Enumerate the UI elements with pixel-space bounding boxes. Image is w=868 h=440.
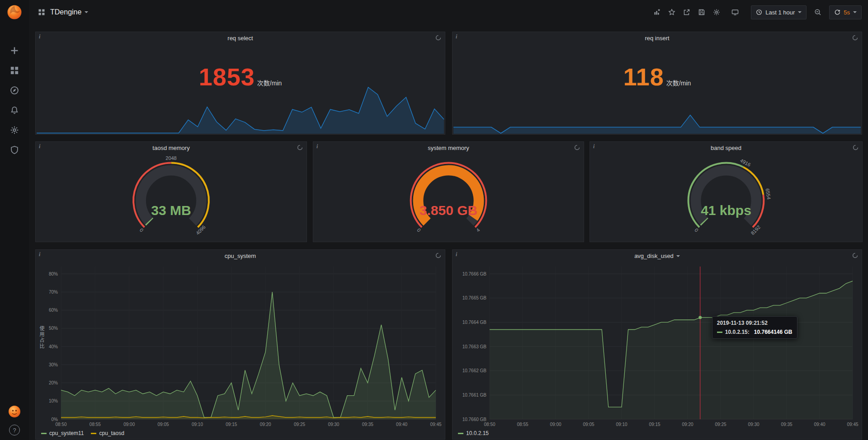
grafana-logo[interactable] — [0, 0, 29, 24]
svg-text:10.7665 GB: 10.7665 GB — [462, 295, 487, 300]
svg-text:09:45: 09:45 — [430, 422, 441, 427]
svg-text:09:30: 09:30 — [328, 422, 339, 427]
svg-text:4: 4 — [475, 227, 481, 233]
svg-text:10.7664 GB: 10.7664 GB — [462, 320, 487, 325]
legend-series-swatch — [91, 433, 96, 434]
panel-title-band-speed[interactable]: band speed — [590, 142, 862, 154]
legend: cpu_system11cpu_taosd — [41, 429, 124, 438]
svg-text:10.7663 GB: 10.7663 GB — [462, 344, 487, 349]
user-avatar[interactable] — [8, 405, 21, 418]
svg-text:10.7666 GB: 10.7666 GB — [462, 271, 487, 276]
svg-text:09:25: 09:25 — [294, 422, 305, 427]
timeseries-chart[interactable]: 2019-11-13 09:21:52 10.0.2.15: 10.766414… — [454, 263, 859, 428]
tooltip-timestamp: 2019-11-13 09:21:52 — [717, 320, 793, 326]
panel-band-speed: i band speed 049166554819241 kbps — [590, 141, 863, 242]
gear-icon — [10, 126, 19, 135]
svg-text:80%: 80% — [49, 271, 58, 276]
tv-mode-icon[interactable] — [731, 9, 739, 16]
dashboard-title-caret-icon[interactable] — [85, 11, 88, 13]
svg-text:10.7662 GB: 10.7662 GB — [462, 368, 487, 373]
svg-text:70%: 70% — [49, 290, 58, 295]
refresh-interval-caret-icon[interactable] — [853, 11, 857, 13]
refresh-button[interactable]: 5s — [829, 5, 862, 19]
panel-info-icon[interactable]: i — [456, 251, 457, 258]
zoom-out-icon[interactable] — [814, 9, 821, 16]
help-icon[interactable]: ? — [9, 425, 20, 435]
legend-series-label[interactable]: 10.0.2.15 — [466, 430, 489, 436]
bell-icon — [10, 106, 19, 115]
svg-text:4096: 4096 — [195, 224, 207, 236]
refresh-interval-label[interactable]: 5s — [844, 9, 850, 16]
svg-text:09:10: 09:10 — [192, 422, 203, 427]
svg-text:30%: 30% — [49, 362, 58, 367]
panel-info-icon[interactable]: i — [316, 143, 318, 150]
legend-series-label[interactable]: cpu_taosd — [99, 430, 124, 436]
series-color-swatch — [717, 332, 722, 333]
sidebar-item-server-admin[interactable] — [0, 140, 29, 160]
svg-text:09:40: 09:40 — [396, 422, 407, 427]
share-icon[interactable] — [683, 9, 690, 16]
save-icon[interactable] — [698, 9, 705, 16]
svg-text:08:55: 08:55 — [90, 422, 101, 427]
add-panel-icon[interactable] — [653, 9, 660, 16]
panel-title-text: req select — [227, 35, 253, 42]
svg-text:6554: 6554 — [764, 188, 772, 200]
panel-req-insert: i req insert 118 次数/min — [452, 32, 862, 135]
gauge-chart[interactable]: 049166554819241 kbps — [590, 154, 862, 242]
legend-series-label[interactable]: cpu_system11 — [49, 430, 84, 436]
panel-info-icon[interactable]: i — [456, 33, 457, 40]
sidebar-item-alerting[interactable] — [0, 100, 29, 120]
panel-title-req-insert[interactable]: req insert — [453, 32, 862, 44]
timeseries-chart[interactable]: 0%10%20%30%40%50%60%70%80%08:5008:5509:0… — [38, 263, 442, 428]
panel-loading-spinner-icon — [297, 145, 303, 150]
panel-taosd-memory: i taosd memory 02048409633 MB — [35, 141, 307, 242]
svg-text:10.7660 GB: 10.7660 GB — [462, 417, 487, 422]
gauge-chart[interactable]: 043.850 GB — [313, 154, 584, 242]
compass-icon — [10, 86, 19, 95]
panel-title-cpu-system[interactable]: cpu_system — [36, 250, 445, 262]
legend-item[interactable]: 10.0.2.15 — [458, 430, 489, 436]
graph-tooltip: 2019-11-13 09:21:52 10.0.2.15: 10.766414… — [712, 316, 797, 339]
svg-text:50%: 50% — [49, 326, 58, 331]
panel-title-req-select[interactable]: req select — [36, 32, 445, 44]
sidebar-item-configuration[interactable] — [0, 120, 29, 140]
svg-text:09:20: 09:20 — [260, 422, 271, 427]
y-axis-label: 使用占比 — [38, 326, 45, 349]
svg-text:09:25: 09:25 — [715, 422, 726, 427]
svg-text:10.7661 GB: 10.7661 GB — [462, 393, 487, 398]
sidebar-item-explore[interactable] — [0, 80, 29, 100]
star-icon[interactable] — [668, 9, 675, 16]
shield-icon — [10, 145, 19, 154]
panel-title-taosd-memory[interactable]: taosd memory — [36, 142, 307, 154]
panel-title-text: avg_disk_used — [634, 253, 674, 259]
panel-info-icon[interactable]: i — [39, 33, 40, 40]
sidebar-item-create[interactable] — [0, 41, 29, 61]
svg-text:09:15: 09:15 — [226, 422, 237, 427]
tooltip-series-name: 10.0.2.15: — [725, 329, 750, 335]
svg-text:08:55: 08:55 — [517, 422, 528, 427]
panel-title-avg-disk-used[interactable]: avg_disk_used — [453, 250, 862, 262]
legend-series-swatch — [41, 433, 47, 434]
apps-grid-icon[interactable] — [38, 9, 45, 16]
panel-info-icon[interactable]: i — [593, 143, 594, 150]
svg-text:60%: 60% — [49, 308, 58, 313]
legend-item[interactable]: cpu_taosd — [91, 430, 124, 436]
sidebar-item-dashboards[interactable] — [0, 61, 29, 80]
panel-title-system-memory[interactable]: system memory — [313, 142, 584, 154]
svg-text:10%: 10% — [49, 398, 58, 403]
stat-unit: 次数/min — [666, 78, 691, 87]
gauge-chart[interactable]: 02048409633 MB — [36, 154, 307, 242]
svg-text:33 MB: 33 MB — [151, 203, 191, 218]
settings-icon[interactable] — [713, 9, 720, 16]
time-picker-button[interactable]: Last 1 hour — [751, 5, 807, 19]
time-picker-caret-icon — [798, 11, 802, 13]
panel-title-text: req insert — [645, 35, 669, 42]
svg-text:09:10: 09:10 — [616, 422, 627, 427]
panel-info-icon[interactable]: i — [39, 251, 40, 258]
panel-cpu-system: i cpu_system 使用占比 0%10%20%30%40%50%60%70… — [35, 249, 445, 440]
legend-item[interactable]: cpu_system11 — [41, 430, 84, 436]
panel-menu-caret-icon[interactable] — [676, 255, 680, 257]
panel-info-icon[interactable]: i — [39, 143, 40, 150]
dashboard-title[interactable]: TDengine — [50, 8, 81, 16]
svg-text:09:05: 09:05 — [583, 422, 594, 427]
